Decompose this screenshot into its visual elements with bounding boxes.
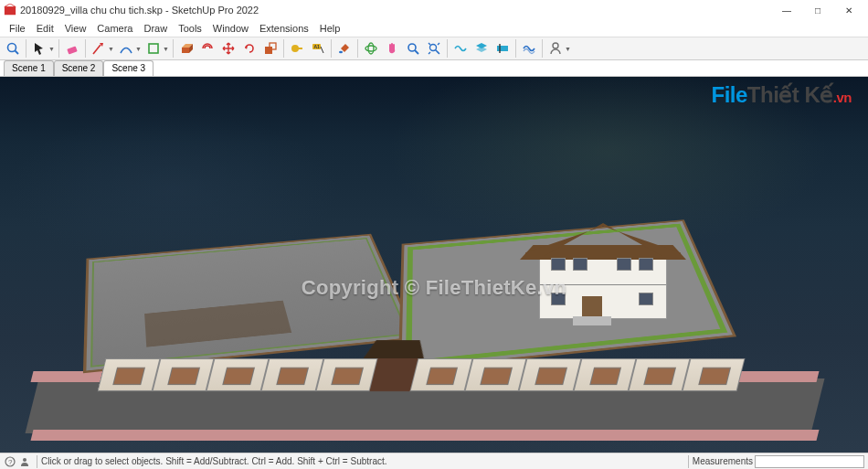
svg-rect-8 (182, 48, 189, 53)
svg-point-18 (339, 51, 343, 53)
menu-help[interactable]: Help (314, 23, 346, 34)
eraser-tool-icon[interactable] (62, 38, 82, 59)
minimize-button[interactable]: — (771, 0, 802, 20)
front-wall (98, 358, 746, 391)
rotate-tool-icon[interactable] (239, 38, 259, 59)
menu-view[interactable]: View (59, 23, 92, 34)
tab-scene-3[interactable]: Scene 3 (103, 60, 153, 76)
svg-rect-0 (5, 7, 16, 16)
arc-dropdown-icon[interactable]: ▼ (135, 46, 143, 52)
svg-line-24 (436, 50, 439, 54)
tab-scene-2[interactable]: Scene 2 (54, 60, 104, 76)
menu-window[interactable]: Window (207, 23, 254, 34)
villa-building (525, 205, 681, 324)
style-icon[interactable] (519, 38, 539, 59)
svg-rect-7 (149, 44, 158, 53)
svg-line-22 (415, 50, 418, 54)
scene-tabs: Scene 1 Scene 2 Scene 3 (0, 60, 868, 77)
maximize-button[interactable]: □ (802, 0, 833, 20)
layers-icon[interactable] (471, 38, 492, 59)
line-dropdown-icon[interactable]: ▼ (108, 46, 115, 52)
person-icon[interactable] (18, 455, 31, 468)
status-hint: Click or drag to select objects. Shift =… (41, 456, 684, 466)
zoom-tool-icon[interactable] (403, 38, 423, 59)
tab-scene-1[interactable]: Scene 1 (4, 60, 54, 76)
user-icon[interactable] (545, 38, 566, 59)
shape-dropdown-icon[interactable]: ▼ (163, 46, 170, 52)
svg-point-2 (8, 44, 16, 52)
arc-tool-icon[interactable] (116, 38, 136, 59)
svg-point-19 (365, 46, 376, 51)
measurements-label: Measurements (693, 456, 753, 466)
svg-marker-4 (35, 43, 43, 55)
select-dropdown-icon[interactable]: ▼ (48, 46, 56, 52)
offset-tool-icon[interactable] (197, 38, 217, 59)
window-controls: — □ ✕ (771, 0, 864, 20)
menubar: File Edit View Camera Draw Tools Window … (0, 20, 868, 37)
pushpull-tool-icon[interactable] (176, 38, 196, 59)
svg-rect-27 (497, 46, 508, 51)
measurements-input[interactable] (755, 455, 864, 468)
xray-icon[interactable] (450, 38, 471, 59)
menu-extensions[interactable]: Extensions (254, 23, 314, 34)
close-button[interactable]: ✕ (833, 0, 864, 20)
viewport-3d[interactable]: Copyright © FileThietKe.vn FileThiết Kế.… (0, 77, 868, 453)
menu-tools[interactable]: Tools (173, 23, 207, 34)
app-icon (4, 4, 16, 16)
help-icon[interactable]: ? (4, 455, 16, 468)
svg-point-20 (368, 43, 374, 54)
pan-tool-icon[interactable] (382, 38, 402, 59)
titlebar: 20180929_villa chu chu tich.skp - Sketch… (0, 0, 868, 20)
scale-tool-icon[interactable] (260, 38, 281, 59)
svg-marker-1 (5, 4, 16, 7)
line-tool-icon[interactable] (89, 38, 109, 59)
menu-draw[interactable]: Draw (138, 23, 173, 34)
menu-camera[interactable]: Camera (91, 23, 138, 34)
menu-file[interactable]: File (4, 23, 31, 34)
move-tool-icon[interactable] (218, 38, 238, 59)
svg-rect-5 (67, 46, 77, 54)
svg-rect-15 (298, 48, 302, 49)
shape-tool-icon[interactable] (143, 38, 164, 59)
toolbar: ▼ ▼ ▼ ▼ A1 ▼ (0, 37, 868, 60)
tape-tool-icon[interactable] (287, 38, 307, 59)
section-icon[interactable] (492, 38, 513, 59)
svg-point-14 (291, 45, 299, 52)
svg-text:?: ? (8, 458, 13, 466)
svg-point-21 (408, 44, 416, 51)
text-tool-icon[interactable]: A1 (308, 38, 328, 59)
svg-point-23 (430, 45, 437, 51)
model-scene (87, 196, 754, 452)
menu-edit[interactable]: Edit (31, 23, 59, 34)
svg-text:A1: A1 (314, 44, 321, 49)
search-icon[interactable] (3, 38, 23, 59)
zoom-extents-icon[interactable] (424, 38, 444, 59)
select-tool-icon[interactable] (29, 38, 49, 59)
svg-point-29 (553, 43, 558, 48)
sidewalk-far (31, 430, 820, 441)
orbit-tool-icon[interactable] (361, 38, 381, 59)
paint-tool-icon[interactable] (334, 38, 355, 59)
user-dropdown-icon[interactable]: ▼ (565, 46, 572, 52)
svg-line-3 (16, 51, 19, 55)
svg-marker-26 (476, 47, 487, 52)
svg-point-32 (23, 458, 26, 462)
svg-rect-12 (265, 47, 272, 54)
statusbar: ? Click or drag to select objects. Shift… (0, 453, 868, 469)
window-title: 20180929_villa chu chu tich.skp - Sketch… (20, 5, 771, 16)
